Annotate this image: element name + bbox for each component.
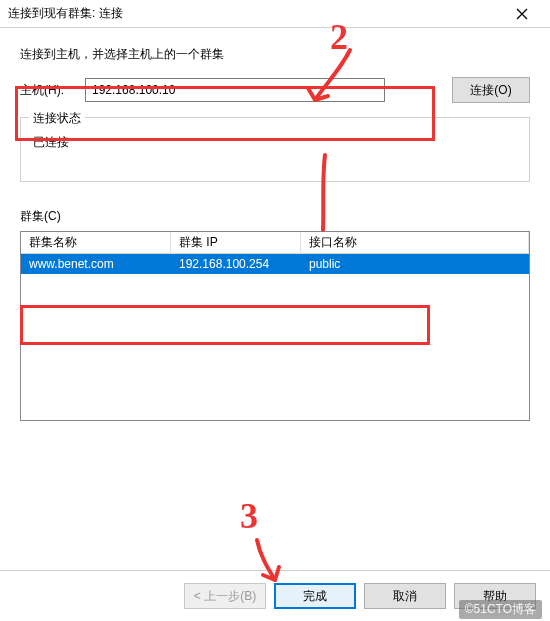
host-row: 主机(H): 连接(O) (20, 77, 530, 103)
back-button: < 上一步(B) (184, 583, 266, 609)
close-button[interactable] (502, 0, 542, 28)
window-title: 连接到现有群集: 连接 (8, 5, 123, 22)
annotation-arrow-3 (245, 535, 305, 590)
cell-cluster-name: www.benet.com (21, 255, 171, 273)
finish-button[interactable]: 完成 (274, 583, 356, 609)
cancel-button[interactable]: 取消 (364, 583, 446, 609)
connection-status-group: 连接状态 已连接 (20, 117, 530, 182)
host-label: 主机(H): (20, 82, 75, 99)
list-header: 群集名称 群集 IP 接口名称 (21, 232, 529, 254)
header-interface[interactable]: 接口名称 (301, 231, 529, 254)
watermark: ©51CTO博客 (459, 600, 542, 619)
annotation-number-3: 3 (240, 495, 258, 537)
cell-cluster-ip: 192.168.100.254 (171, 255, 301, 273)
titlebar: 连接到现有群集: 连接 (0, 0, 550, 28)
cluster-label: 群集(C) (20, 208, 530, 225)
status-legend: 连接状态 (29, 110, 85, 127)
cell-interface: public (301, 255, 529, 273)
close-icon (516, 8, 528, 20)
cluster-listbox[interactable]: 群集名称 群集 IP 接口名称 www.benet.com 192.168.10… (20, 231, 530, 421)
instruction-text: 连接到主机，并选择主机上的一个群集 (20, 46, 530, 63)
list-row[interactable]: www.benet.com 192.168.100.254 public (21, 254, 529, 274)
status-text: 已连接 (33, 134, 517, 151)
separator (0, 570, 550, 571)
connect-button[interactable]: 连接(O) (452, 77, 530, 103)
dialog-content: 连接到主机，并选择主机上的一个群集 主机(H): 连接(O) 连接状态 已连接 … (0, 28, 550, 431)
header-cluster-ip[interactable]: 群集 IP (171, 231, 301, 254)
header-cluster-name[interactable]: 群集名称 (21, 231, 171, 254)
host-input[interactable] (85, 78, 385, 102)
